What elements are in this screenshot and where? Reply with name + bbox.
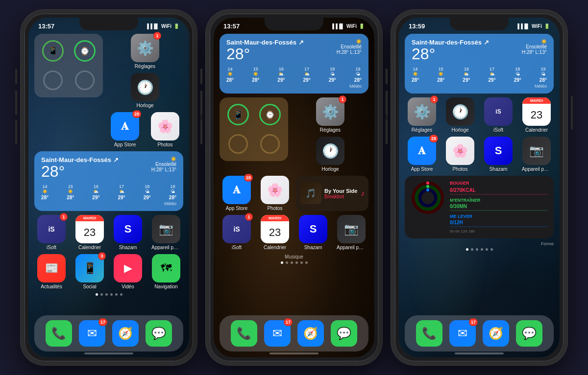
app-appstore-1[interactable]: 𝐀 28 App Store xyxy=(107,112,143,147)
phone-icon-3: 📞 xyxy=(416,320,442,347)
app-photos-3[interactable]: 🌸 Photos xyxy=(443,137,477,172)
battery-icon-2: 🔋 xyxy=(359,23,365,29)
iphone-battery-circle: 📱 xyxy=(42,40,64,62)
cal-day-num: 23 xyxy=(75,221,104,243)
dock-mail-3[interactable]: ✉ 17 xyxy=(449,320,476,347)
dock-safari-3[interactable]: 🧭 xyxy=(483,320,509,347)
train-bar xyxy=(450,210,548,211)
status-icons-3: ▐▐▐▌ WiFi 🔋 xyxy=(516,23,550,29)
app-clock-2[interactable]: 🕐 Horloge xyxy=(292,137,368,172)
phone-icon-2: 📞 xyxy=(231,320,257,347)
battery-watch: ⌚ xyxy=(70,38,99,64)
mail-badge-3: 17 xyxy=(469,318,478,326)
phone-1: 13:57 ▐▐▐▌ WiFi 🔋 📱 ⌚ xyxy=(21,10,197,365)
news-label: Actualités xyxy=(41,284,62,289)
app-calendar-3[interactable]: Mardi 23 Calendrier xyxy=(519,97,554,133)
dock-messages-2[interactable]: 💬 xyxy=(331,320,357,347)
apps-row2-phone1: 📰 Actualités 📱 3 Social ▶ Vidéo xyxy=(34,254,183,289)
app-calendar-1[interactable]: Mardi 23 Calendrier xyxy=(73,215,107,250)
settings-icon-2: ⚙️ 1 xyxy=(316,97,344,126)
app-photos-2[interactable]: 🌸 Photos xyxy=(258,176,292,211)
photos-icon-3: 🌸 xyxy=(446,137,474,165)
safari-icon: 🧭 xyxy=(112,320,139,347)
shazam-icon: S xyxy=(114,215,142,243)
notch-3 xyxy=(450,18,509,30)
watch-battery-circle: ⌚ xyxy=(74,40,96,62)
app-camera-1[interactable]: 📷 Appareil photo xyxy=(149,215,183,250)
weather-label-2: Météo xyxy=(226,84,362,89)
photos-icon: 🌸 xyxy=(151,112,179,141)
settings-badge: 1 xyxy=(153,32,161,40)
apps-row2-phone3: 𝐀 28 App Store 🌸 Photos S Shazam xyxy=(405,137,554,172)
apps-row3-phone2: iS 1 iSoft Mardi 23 Calendrier xyxy=(220,215,368,250)
music-section-label: Musique xyxy=(220,254,368,259)
move-label: BOUGER xyxy=(450,181,469,186)
top-section-1: 📱 ⌚ xyxy=(34,34,183,108)
app-camera-2[interactable]: 📷 Appareil photo xyxy=(334,215,368,250)
app-isoft-2[interactable]: iS 1 iSoft xyxy=(220,215,254,250)
app-social-1[interactable]: 📱 3 Social xyxy=(73,254,107,289)
time-display-2: 13:57 xyxy=(223,23,240,30)
fitness-stats: BOUGER 0/270KCAL M'ENTRAÎNER 0/30MN ME L… xyxy=(450,181,548,234)
cal-day-2: 23 xyxy=(261,221,289,243)
weather-widget-3: Saint-Maur-des-Fossés ↗ 28° ☀️ Ensoleill… xyxy=(405,34,554,94)
app-settings-3[interactable]: ⚙️ 1 Réglages xyxy=(405,97,439,133)
battery-iphone: 📱 xyxy=(38,38,67,64)
dock-messages-1[interactable]: 💬 xyxy=(146,320,172,347)
dock-mail-2[interactable]: ✉ 17 xyxy=(264,320,291,347)
app-appstore-3[interactable]: 𝐀 28 App Store xyxy=(405,137,439,172)
clock-label-2: Horloge xyxy=(321,166,339,172)
music-info: By Your Side Breakbot xyxy=(324,188,358,199)
dot-p2-5 xyxy=(300,261,303,264)
app-shazam-2[interactable]: S Shazam xyxy=(296,215,330,250)
messages-icon: 💬 xyxy=(146,320,172,347)
dock-messages-3[interactable]: 💬 xyxy=(516,320,542,347)
phone-3: 13:59 ▐▐▐▌ WiFi 🔋 Saint-Maur-des-Fossés … xyxy=(391,10,567,365)
app-calendar-2[interactable]: Mardi 23 Calendrier xyxy=(258,215,292,250)
battery-icon: 🔋 xyxy=(173,23,179,29)
app-clock-3[interactable]: 🕐 Horloge xyxy=(443,97,477,133)
camera-icon-2: 📷 xyxy=(337,215,366,243)
app-settings-2[interactable]: ⚙️ 1 Réglages xyxy=(292,97,368,133)
app-maps-1[interactable]: 🗺 Navigation xyxy=(149,254,183,289)
isoft-icon: iS 1 xyxy=(37,215,66,243)
wifi-icon-2: WiFi xyxy=(346,23,357,29)
dot-p2-2 xyxy=(286,261,288,264)
battery-icon-3: 🔋 xyxy=(544,23,550,29)
app-camera-3[interactable]: 📷 Appareil photo xyxy=(519,137,554,172)
music-art: 🎵 xyxy=(300,183,321,204)
clock-icon-2: 🕐 xyxy=(316,137,344,165)
watch-battery-2: ⌚ xyxy=(259,104,281,125)
dock-safari-1[interactable]: 🧭 xyxy=(112,320,139,347)
dock-mail-1[interactable]: ✉ 17 xyxy=(79,320,105,347)
app-shazam-3[interactable]: S Shazam xyxy=(481,137,515,172)
app-photos-1[interactable]: 🌸 Photos xyxy=(147,112,183,147)
app-video-1[interactable]: ▶ Vidéo xyxy=(111,254,145,289)
stand-bar xyxy=(450,226,548,227)
appstore-badge-2: 28 xyxy=(244,174,253,182)
notch-2 xyxy=(265,18,323,30)
wifi-icon-3: WiFi xyxy=(532,23,542,29)
signal-icon: ▐▐▐▌ xyxy=(146,23,159,29)
time-display-3: 13:59 xyxy=(409,23,425,30)
camera-icon-3: 📷 xyxy=(522,137,551,165)
dot-p2-1 xyxy=(281,261,283,264)
settings-icon-3: ⚙️ 1 xyxy=(408,97,436,126)
dock-phone-1[interactable]: 📞 xyxy=(46,320,72,347)
dock-phone-3[interactable]: 📞 xyxy=(416,320,442,347)
app-settings-1[interactable]: ⚙️ 1 Réglages xyxy=(107,34,183,69)
app-clock-1[interactable]: 🕐 Horloge xyxy=(107,73,183,108)
app-isoft-1[interactable]: iS 1 iSoft xyxy=(34,215,69,250)
appstore-icon-3: 𝐀 28 xyxy=(408,137,436,165)
dock-phone-2[interactable]: 📞 xyxy=(231,320,257,347)
app-isoft-3[interactable]: iS iSoft xyxy=(481,97,515,133)
app-appstore-2[interactable]: 𝐀 28 App Store xyxy=(220,176,254,211)
activity-rings xyxy=(411,181,445,215)
app-news-1[interactable]: 📰 Actualités xyxy=(34,254,69,289)
settings-label-2: Réglages xyxy=(320,127,341,133)
dock-safari-2[interactable]: 🧭 xyxy=(297,320,324,347)
app-shazam-1[interactable]: S Shazam xyxy=(111,215,145,250)
weather-temp-3: 28° xyxy=(412,46,489,62)
clock-label: Horloge xyxy=(136,103,153,108)
phone-icon: 📞 xyxy=(46,320,72,347)
